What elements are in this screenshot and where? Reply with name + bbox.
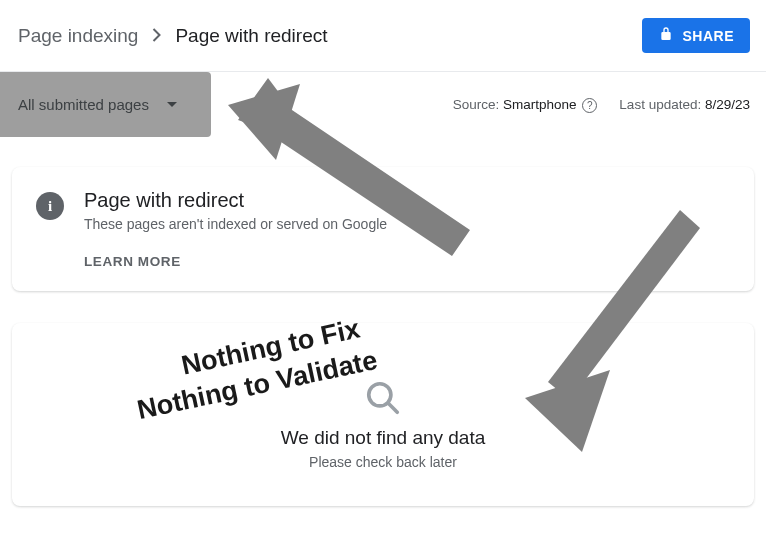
filter-dropdown[interactable]: All submitted pages [0,72,211,137]
breadcrumb-parent[interactable]: Page indexing [18,25,138,47]
learn-more-link[interactable]: LEARN MORE [84,254,387,269]
info-card-title: Page with redirect [84,189,387,212]
breadcrumb: Page indexing Page with redirect [18,25,328,47]
meta-info: Source: Smartphone ? Last updated: 8/29/… [453,97,750,113]
source-value: Smartphone [503,97,577,112]
updated-label: Last updated: [619,97,701,112]
breadcrumb-current: Page with redirect [175,25,327,47]
share-button[interactable]: SHARE [642,18,750,53]
help-icon[interactable]: ? [582,98,597,113]
info-card: i Page with redirect These pages aren't … [12,167,754,291]
lock-icon [658,26,674,45]
header-bar: Page indexing Page with redirect SHARE [0,0,766,72]
empty-state-card: We did not find any data Please check ba… [12,323,754,506]
chevron-right-icon [152,25,161,47]
empty-state-subtitle: Please check back later [36,454,730,470]
share-button-label: SHARE [682,28,734,44]
filter-label: All submitted pages [18,96,149,113]
empty-state-title: We did not find any data [36,427,730,449]
info-icon: i [36,192,64,220]
source-group: Source: Smartphone ? [453,97,598,113]
updated-value: 8/29/23 [705,97,750,112]
info-card-subtitle: These pages aren't indexed or served on … [84,216,387,232]
subheader: All submitted pages Source: Smartphone ?… [0,72,766,137]
info-card-body: Page with redirect These pages aren't in… [84,189,387,269]
source-label: Source: [453,97,500,112]
svg-line-1 [388,403,397,412]
chevron-down-icon [167,102,177,107]
search-icon [364,379,402,417]
updated-group: Last updated: 8/29/23 [619,97,750,112]
